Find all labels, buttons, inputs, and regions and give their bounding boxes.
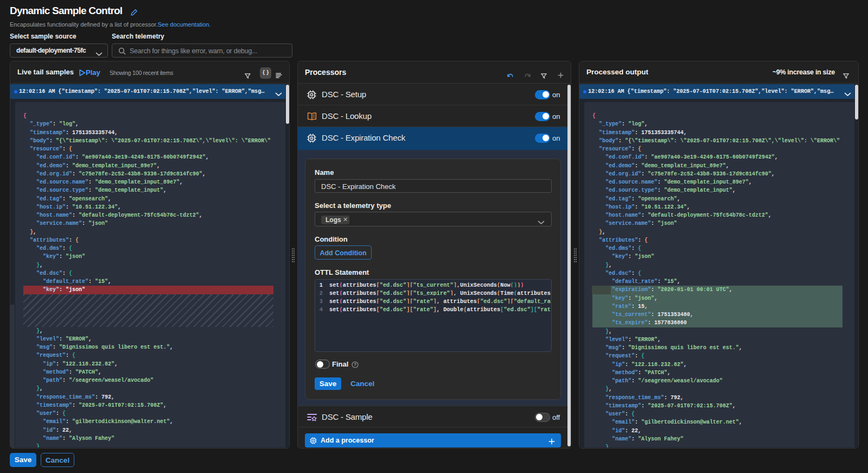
svg-text:?: ?: [354, 362, 356, 367]
